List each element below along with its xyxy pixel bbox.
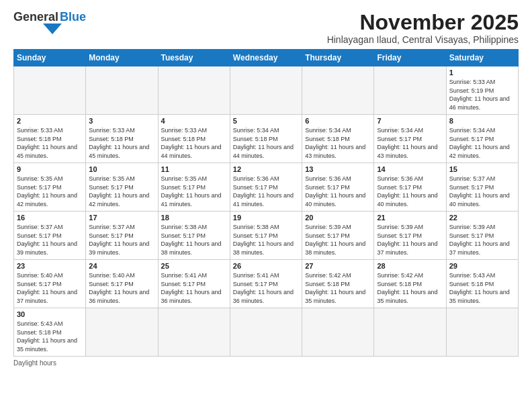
day-info: Sunrise: 5:39 AM Sunset: 5:17 PM Dayligh…	[305, 223, 371, 257]
calendar-cell: 20Sunrise: 5:39 AM Sunset: 5:17 PM Dayli…	[302, 212, 374, 260]
day-info: Sunrise: 5:34 AM Sunset: 5:17 PM Dayligh…	[449, 126, 515, 160]
day-info: Sunrise: 5:34 AM Sunset: 5:17 PM Dayligh…	[377, 126, 443, 160]
column-header-saturday: Saturday	[446, 50, 518, 66]
header: General Blue November 2025 Hinlayagan Il…	[13, 11, 519, 45]
day-number: 8	[449, 117, 515, 125]
calendar-cell	[374, 308, 446, 356]
day-info: Sunrise: 5:35 AM Sunset: 5:17 PM Dayligh…	[89, 175, 154, 208]
month-title: November 2025	[327, 11, 519, 34]
day-info: Sunrise: 5:36 AM Sunset: 5:17 PM Dayligh…	[305, 175, 371, 208]
day-number: 9	[17, 165, 83, 173]
calendar-cell	[302, 66, 374, 115]
day-info: Sunrise: 5:33 AM Sunset: 5:19 PM Dayligh…	[449, 78, 515, 111]
calendar-cell: 5Sunrise: 5:34 AM Sunset: 5:18 PM Daylig…	[230, 115, 302, 163]
calendar-cell	[230, 308, 302, 356]
calendar-cell	[158, 308, 230, 356]
calendar-cell: 10Sunrise: 5:35 AM Sunset: 5:17 PM Dayli…	[86, 163, 158, 212]
day-number: 7	[377, 117, 443, 125]
column-header-monday: Monday	[86, 50, 158, 66]
daylight-label: Daylight hours	[13, 359, 56, 367]
day-info: Sunrise: 5:37 AM Sunset: 5:17 PM Dayligh…	[17, 223, 83, 257]
calendar-cell: 16Sunrise: 5:37 AM Sunset: 5:17 PM Dayli…	[14, 212, 86, 260]
day-number: 10	[89, 165, 154, 173]
calendar-cell: 12Sunrise: 5:36 AM Sunset: 5:17 PM Dayli…	[230, 163, 302, 212]
day-number: 1	[449, 68, 515, 77]
day-number: 26	[233, 262, 299, 270]
svg-marker-0	[43, 24, 62, 34]
calendar-week-4: 16Sunrise: 5:37 AM Sunset: 5:17 PM Dayli…	[14, 212, 519, 260]
calendar-header-row: SundayMondayTuesdayWednesdayThursdayFrid…	[14, 50, 519, 66]
day-number: 20	[305, 214, 371, 222]
column-header-wednesday: Wednesday	[230, 50, 302, 66]
day-info: Sunrise: 5:43 AM Sunset: 5:18 PM Dayligh…	[449, 271, 515, 305]
day-info: Sunrise: 5:40 AM Sunset: 5:17 PM Dayligh…	[17, 271, 83, 305]
day-info: Sunrise: 5:34 AM Sunset: 5:18 PM Dayligh…	[305, 126, 371, 160]
day-info: Sunrise: 5:37 AM Sunset: 5:17 PM Dayligh…	[89, 223, 154, 257]
day-number: 5	[233, 117, 299, 125]
calendar-cell: 14Sunrise: 5:36 AM Sunset: 5:17 PM Dayli…	[374, 163, 446, 212]
day-number: 22	[449, 214, 515, 222]
calendar-cell	[86, 66, 158, 115]
calendar-cell: 22Sunrise: 5:39 AM Sunset: 5:17 PM Dayli…	[446, 212, 518, 260]
day-info: Sunrise: 5:41 AM Sunset: 5:17 PM Dayligh…	[161, 271, 227, 305]
location: Hinlayagan Ilaud, Central Visayas, Phili…	[327, 34, 519, 45]
calendar-cell	[158, 66, 230, 115]
calendar-cell: 17Sunrise: 5:37 AM Sunset: 5:17 PM Dayli…	[86, 212, 158, 260]
day-number: 16	[17, 214, 83, 222]
calendar-week-3: 9Sunrise: 5:35 AM Sunset: 5:17 PM Daylig…	[14, 163, 519, 212]
day-number: 3	[89, 117, 154, 125]
calendar-cell: 9Sunrise: 5:35 AM Sunset: 5:17 PM Daylig…	[14, 163, 86, 212]
day-number: 6	[305, 117, 371, 125]
day-info: Sunrise: 5:38 AM Sunset: 5:17 PM Dayligh…	[161, 223, 227, 257]
title-block: November 2025 Hinlayagan Ilaud, Central …	[327, 11, 519, 45]
calendar-cell: 6Sunrise: 5:34 AM Sunset: 5:18 PM Daylig…	[302, 115, 374, 163]
day-info: Sunrise: 5:35 AM Sunset: 5:17 PM Dayligh…	[17, 175, 83, 208]
calendar-week-2: 2Sunrise: 5:33 AM Sunset: 5:18 PM Daylig…	[14, 115, 519, 163]
day-info: Sunrise: 5:39 AM Sunset: 5:17 PM Dayligh…	[377, 223, 443, 257]
calendar-cell	[86, 308, 158, 356]
calendar-cell: 3Sunrise: 5:33 AM Sunset: 5:18 PM Daylig…	[86, 115, 158, 163]
day-number: 19	[233, 214, 299, 222]
day-number: 23	[17, 262, 83, 270]
day-number: 2	[17, 117, 83, 125]
day-number: 30	[17, 310, 83, 318]
calendar-cell: 28Sunrise: 5:42 AM Sunset: 5:18 PM Dayli…	[374, 260, 446, 308]
day-info: Sunrise: 5:38 AM Sunset: 5:17 PM Dayligh…	[233, 223, 299, 257]
logo-triangle-icon	[43, 24, 62, 34]
day-number: 18	[161, 214, 227, 222]
calendar-cell: 2Sunrise: 5:33 AM Sunset: 5:18 PM Daylig…	[14, 115, 86, 163]
calendar-cell: 8Sunrise: 5:34 AM Sunset: 5:17 PM Daylig…	[446, 115, 518, 163]
logo-text-blue: Blue	[60, 11, 86, 23]
calendar-week-1: 1Sunrise: 5:33 AM Sunset: 5:19 PM Daylig…	[14, 66, 519, 115]
day-info: Sunrise: 5:33 AM Sunset: 5:18 PM Dayligh…	[89, 126, 154, 160]
calendar-cell: 4Sunrise: 5:33 AM Sunset: 5:18 PM Daylig…	[158, 115, 230, 163]
day-info: Sunrise: 5:43 AM Sunset: 5:18 PM Dayligh…	[17, 320, 83, 353]
day-info: Sunrise: 5:35 AM Sunset: 5:17 PM Dayligh…	[161, 175, 227, 208]
day-number: 14	[377, 165, 443, 173]
calendar-cell: 27Sunrise: 5:42 AM Sunset: 5:18 PM Dayli…	[302, 260, 374, 308]
calendar-cell: 25Sunrise: 5:41 AM Sunset: 5:17 PM Dayli…	[158, 260, 230, 308]
day-info: Sunrise: 5:34 AM Sunset: 5:18 PM Dayligh…	[233, 126, 299, 160]
day-info: Sunrise: 5:42 AM Sunset: 5:18 PM Dayligh…	[377, 271, 443, 305]
column-header-thursday: Thursday	[302, 50, 374, 66]
day-info: Sunrise: 5:39 AM Sunset: 5:17 PM Dayligh…	[449, 223, 515, 257]
calendar-cell	[230, 66, 302, 115]
day-number: 27	[305, 262, 371, 270]
calendar-cell: 13Sunrise: 5:36 AM Sunset: 5:17 PM Dayli…	[302, 163, 374, 212]
column-header-tuesday: Tuesday	[158, 50, 230, 66]
day-info: Sunrise: 5:33 AM Sunset: 5:18 PM Dayligh…	[17, 126, 83, 160]
calendar-cell: 21Sunrise: 5:39 AM Sunset: 5:17 PM Dayli…	[374, 212, 446, 260]
calendar-cell: 11Sunrise: 5:35 AM Sunset: 5:17 PM Dayli…	[158, 163, 230, 212]
page: General Blue November 2025 Hinlayagan Il…	[0, 0, 532, 373]
day-info: Sunrise: 5:42 AM Sunset: 5:18 PM Dayligh…	[305, 271, 371, 305]
logo: General Blue	[13, 11, 86, 37]
calendar-cell: 26Sunrise: 5:41 AM Sunset: 5:17 PM Dayli…	[230, 260, 302, 308]
calendar-cell: 7Sunrise: 5:34 AM Sunset: 5:17 PM Daylig…	[374, 115, 446, 163]
day-number: 13	[305, 165, 371, 173]
day-number: 25	[161, 262, 227, 270]
calendar-cell	[302, 308, 374, 356]
day-number: 21	[377, 214, 443, 222]
day-number: 29	[449, 262, 515, 270]
column-header-friday: Friday	[374, 50, 446, 66]
day-info: Sunrise: 5:36 AM Sunset: 5:17 PM Dayligh…	[377, 175, 443, 208]
